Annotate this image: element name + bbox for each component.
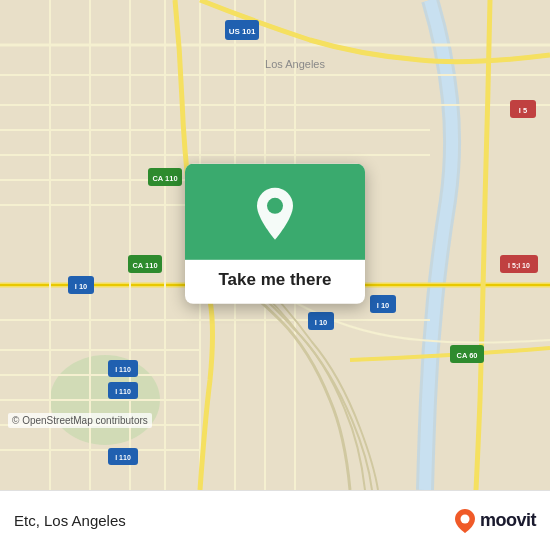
map-container: Los Angeles US 101 CA 110 CA 110 I 10 I … xyxy=(0,0,550,490)
svg-text:I 110: I 110 xyxy=(115,366,131,373)
svg-text:I 110: I 110 xyxy=(115,388,131,395)
svg-text:CA 60: CA 60 xyxy=(457,351,478,360)
moovit-logo: moovit xyxy=(454,508,536,534)
popup-green-area xyxy=(185,164,365,260)
svg-point-51 xyxy=(460,514,469,523)
bottom-bar: Etc, Los Angeles moovit xyxy=(0,490,550,550)
svg-text:I 5;I 10: I 5;I 10 xyxy=(508,262,530,270)
popup-card: Take me there xyxy=(185,164,365,304)
svg-text:CA 110: CA 110 xyxy=(152,174,177,183)
moovit-text: moovit xyxy=(480,510,536,531)
svg-text:I 10: I 10 xyxy=(377,301,390,310)
svg-text:I 10: I 10 xyxy=(315,318,328,327)
svg-text:Los Angeles: Los Angeles xyxy=(265,58,325,70)
popup-button[interactable]: Take me there xyxy=(202,260,347,304)
svg-text:US 101: US 101 xyxy=(229,27,256,36)
svg-text:I 5: I 5 xyxy=(519,106,527,115)
location-pin-icon xyxy=(251,186,299,242)
svg-point-50 xyxy=(267,198,283,214)
svg-text:I 110: I 110 xyxy=(115,454,131,461)
location-name: Etc, Los Angeles xyxy=(14,512,126,529)
svg-text:I 10: I 10 xyxy=(75,282,88,291)
svg-text:CA 110: CA 110 xyxy=(132,261,157,270)
map-attribution: © OpenStreetMap contributors xyxy=(8,413,152,428)
moovit-pin-icon xyxy=(454,508,476,534)
